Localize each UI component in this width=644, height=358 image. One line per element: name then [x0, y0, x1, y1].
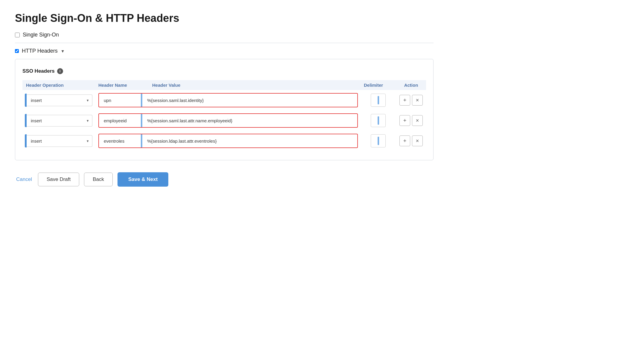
operation-cell: insertreplacedeleteadd ▾	[22, 90, 95, 110]
save-draft-button[interactable]: Save Draft	[38, 173, 79, 186]
header-value-2: %{session.saml.last.attr.name.employeeid…	[142, 118, 357, 123]
delimiter-box	[371, 94, 386, 107]
table-row: insertreplacedeleteadd ▾ eventroles %{se…	[22, 131, 426, 151]
operation-select[interactable]: insertreplacedeleteadd	[27, 115, 92, 127]
header-value-3: %{session.ldap.last.attr.eventroles}	[142, 138, 357, 144]
add-row-button[interactable]: +	[399, 95, 410, 106]
name-value-cell: upn %{session.saml.last.identity}	[95, 90, 360, 110]
operation-select-wrapper: insertreplacedeleteadd ▾	[25, 94, 92, 107]
http-headers-label: HTTP Headers	[22, 48, 58, 54]
http-headers-dropdown-arrow[interactable]: ▼	[61, 49, 65, 54]
highlighted-row-3: eventroles %{session.ldap.last.attr.even…	[98, 134, 358, 148]
section-divider	[15, 43, 434, 43]
name-value-cell: employeeid %{session.saml.last.attr.name…	[95, 110, 360, 131]
add-row-button[interactable]: +	[399, 115, 410, 126]
table-header: Header Operation Header Name Header Valu…	[22, 80, 426, 90]
operation-select-wrapper: insertreplacedeleteadd ▾	[25, 134, 92, 147]
col-header-name: Header Name	[95, 80, 149, 90]
action-buttons: + ×	[399, 135, 424, 146]
action-cell: + ×	[396, 90, 426, 110]
delimiter-bar	[378, 116, 379, 125]
action-cell: + ×	[396, 131, 426, 151]
headers-table: Header Operation Header Name Header Valu…	[22, 80, 426, 151]
remove-row-button[interactable]: ×	[412, 95, 423, 106]
delimiter-cell	[360, 131, 396, 151]
http-section-box: SSO Headers i Header Operation Header Na…	[15, 59, 434, 160]
highlighted-row-1: upn %{session.saml.last.identity}	[98, 93, 358, 107]
sso-headers-label: SSO Headers	[22, 68, 55, 74]
footer-buttons: Cancel Save Draft Back Save & Next	[15, 172, 434, 187]
delimiter-box	[371, 114, 386, 127]
delimiter-cell	[360, 90, 396, 110]
add-row-button[interactable]: +	[399, 135, 410, 146]
header-name-3: eventroles	[99, 138, 141, 144]
sso-checkbox[interactable]	[15, 33, 20, 37]
operation-cell: insertreplacedeleteadd ▾	[22, 110, 95, 131]
back-button[interactable]: Back	[84, 173, 113, 186]
col-header-value: Header Value	[149, 80, 360, 90]
action-buttons: + ×	[399, 95, 424, 106]
action-buttons: + ×	[399, 115, 424, 126]
col-header-action: Action	[396, 80, 426, 90]
table-row: insertreplacedeleteadd ▾ upn %{session.s…	[22, 90, 426, 110]
table-row: insertreplacedeleteadd ▾ employeeid %{se…	[22, 110, 426, 131]
header-name-1: upn	[99, 98, 141, 103]
remove-row-button[interactable]: ×	[412, 135, 423, 146]
remove-row-button[interactable]: ×	[412, 115, 423, 126]
operation-select-wrapper: insertreplacedeleteadd ▾	[25, 114, 92, 127]
info-icon[interactable]: i	[57, 68, 63, 74]
http-headers-checkbox[interactable]	[15, 49, 19, 53]
operation-select[interactable]: insertreplacedeleteadd	[27, 95, 92, 106]
highlighted-row-2: employeeid %{session.saml.last.attr.name…	[98, 113, 358, 128]
sso-headers-title: SSO Headers i	[22, 68, 426, 74]
save-next-button[interactable]: Save & Next	[117, 172, 168, 187]
table-body: insertreplacedeleteadd ▾ upn %{session.s…	[22, 90, 426, 151]
sso-label: Single Sign-On	[23, 32, 59, 38]
col-header-delimiter: Delimiter	[360, 80, 396, 90]
name-value-cell: eventroles %{session.ldap.last.attr.even…	[95, 131, 360, 151]
header-name-2: employeeid	[99, 118, 141, 123]
page-title: Single Sign-On & HTTP Headers	[15, 12, 434, 25]
delimiter-bar	[378, 96, 379, 104]
header-value-1: %{session.saml.last.identity}	[142, 98, 357, 103]
operation-cell: insertreplacedeleteadd ▾	[22, 131, 95, 151]
delimiter-bar	[378, 137, 379, 145]
delimiter-box	[371, 134, 386, 147]
cancel-button[interactable]: Cancel	[15, 173, 33, 185]
delimiter-cell	[360, 110, 396, 131]
col-header-operation: Header Operation	[22, 80, 95, 90]
action-cell: + ×	[396, 110, 426, 131]
operation-select[interactable]: insertreplacedeleteadd	[27, 135, 92, 147]
